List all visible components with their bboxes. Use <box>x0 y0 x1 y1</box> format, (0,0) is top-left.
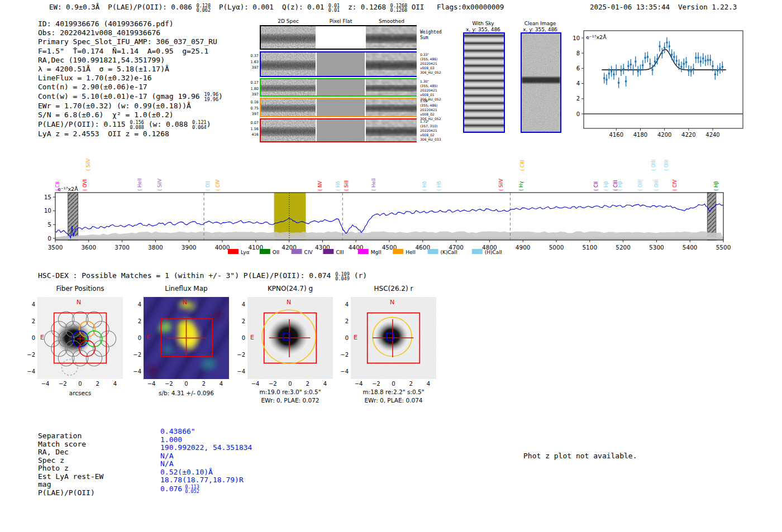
text-segment: Cont(n) = 2.90(±0.06)e-17 <box>38 83 147 91</box>
legend-label: CIII <box>336 250 344 255</box>
x-tick-label: 2 <box>406 381 417 387</box>
right-label-line: 1.72" <box>420 119 454 124</box>
svg-text:5500: 5500 <box>716 244 731 251</box>
text-segment: EWr = 1.70(±0.32) (w: 0.99(±0.18))Å <box>38 102 191 110</box>
with-sky-stripes <box>464 33 504 132</box>
panel-plot-kpno <box>247 297 333 379</box>
y-tick-label: 2 <box>336 318 349 324</box>
left-label-line: 0.75 <box>246 106 259 112</box>
smoothed-cell <box>366 26 417 49</box>
match-row-label: mag <box>38 481 103 489</box>
svg-text:4180: 4180 <box>633 132 647 138</box>
info-line: F=1.5" T̄=0.174 N̄=1.14 A=0.95 g=25.1 <box>38 47 223 56</box>
text-segment: ) <box>207 120 211 128</box>
line-marker-label: ( SiIV <box>85 159 91 171</box>
match-row-value: N/A <box>160 452 252 461</box>
legend-swatch <box>228 249 239 254</box>
clean-image-title: Clean Image x, y: 355, 486 <box>515 21 565 33</box>
text-segment: Primary Spec_Slot_IFU_AMP: 306_037_057_R… <box>38 37 217 46</box>
legend-label: CIV <box>304 250 313 255</box>
weighted-sum-label: Weighted Sum <box>420 30 445 40</box>
line-marker-label: ( CIV <box>215 180 221 191</box>
clean-image <box>521 32 561 133</box>
match-row-value: 0.43866" <box>160 428 252 436</box>
left-label-line: 397 <box>246 111 259 117</box>
svg-text:4220: 4220 <box>681 132 695 138</box>
info-line: EWr = 1.70(±0.32) (w: 0.99(±0.18))Å <box>38 102 223 111</box>
info-line: λ = 4200.51Å σ = 5.18(±1.17)Å <box>38 65 223 74</box>
x-tick-label: 4 <box>216 381 227 387</box>
text-segment: ID: 4019936676 (4019936676.pdf) <box>38 20 174 28</box>
fraction-lower: 0.088 <box>130 125 144 130</box>
svg-text:4160: 4160 <box>609 132 623 138</box>
panel-xlabel-fiber: arcsecs <box>23 390 137 396</box>
smoothed-cell <box>366 52 417 76</box>
info-line: Cont(n) = 2.90(±0.06)e-17 <box>38 83 223 92</box>
panel-xlabel2-hsc: EWr: 0, PLAE: 0.074 <box>337 397 450 404</box>
match-value-text: 1.000 <box>160 435 182 444</box>
left-label-line: 397 <box>246 92 259 98</box>
spec2d-row-right-labels: 1.30"(355, 485)20220421v008_01306_RU_052 <box>420 79 454 102</box>
right-label-line: (355, 485) <box>420 84 454 88</box>
line-marker-label: ( Hγ <box>518 181 524 191</box>
svg-text:5300: 5300 <box>649 244 664 251</box>
text-segment: EW: 0.9±0.3Å P(LAE)/P(OII): 0.086 <box>49 3 196 11</box>
svg-text:4900: 4900 <box>516 244 531 251</box>
svg-text:5200: 5200 <box>616 244 631 251</box>
x-tick-label: 0 <box>285 381 296 387</box>
right-label-line: 1.08" <box>420 99 454 103</box>
y-tick-label: 0 <box>233 335 245 341</box>
spec2d-cell <box>261 119 316 141</box>
svg-text:3600: 3600 <box>81 244 96 251</box>
panel-title-lineflux: Lineflux Map <box>132 285 240 293</box>
y-tick-label: −4 <box>233 368 245 375</box>
stacked-fraction: 0.1560.088 <box>130 120 144 130</box>
y-tick-label: −4 <box>129 368 141 375</box>
line-marker-label: ( SiII <box>344 180 349 191</box>
panel-xlabel2-kpno: EWr: 0, PLAE: 0.072 <box>233 397 347 404</box>
match-value-text: N/A <box>160 452 173 460</box>
match-table-values: 0.43866"1.000190.992022, 54.351834N/AN/A… <box>160 428 252 494</box>
match-row-value: 190.992022, 54.351834 <box>160 444 252 452</box>
right-label-line: 20220421 <box>420 128 454 133</box>
right-label-line: 0.33" <box>420 52 454 57</box>
pixelflat-cell <box>317 52 365 76</box>
panel-title-kpno: KPNO(24.7) g <box>236 285 344 293</box>
svg-text:10: 10 <box>573 35 580 41</box>
text-segment: F=1.5" T̄=0.174 N̄=1.14 A=0.95 g=25.1 <box>38 47 208 55</box>
y-tick-label: 2 <box>233 318 245 324</box>
legend-swatch <box>260 249 270 254</box>
north-label: N <box>390 299 394 306</box>
spec2d-row-left-labels: 0.371.63397 <box>246 53 259 71</box>
svg-text:e⁻¹⁷x2Å: e⁻¹⁷x2Å <box>58 186 78 192</box>
hetdex-report-page: EW: 0.9±0.3Å P(LAE)/P(OII): 0.086 0.1280… <box>0 0 782 532</box>
info-line: S/N = 6.8(±0.6) χ² = 1.0(±0.2) <box>38 111 223 119</box>
right-label-line: v008_03 <box>420 66 454 70</box>
left-label-line: 1.56 <box>246 126 259 132</box>
x-tick-label: 0 <box>75 381 86 387</box>
line-marker-label: ( SiIV <box>498 179 504 191</box>
svg-text:3900: 3900 <box>182 244 197 251</box>
fraction-lower: 0.052 <box>182 489 199 494</box>
east-label: E <box>146 334 150 341</box>
x-tick-label: 4 <box>423 381 434 387</box>
spec2d-row-left-labels: 0.160.75397 <box>246 99 259 117</box>
line-marker-label: ( OIII <box>637 180 643 191</box>
legend-swatch <box>393 249 403 254</box>
match-row-label: Spec z <box>38 457 103 465</box>
line-marker-label: ( Hβ <box>617 181 623 191</box>
clean-image-title-line: Clean Image <box>515 21 565 27</box>
spec2d-row-right-labels: 0.33"(355, 486)20220421v008_03306_RU_052 <box>420 52 454 75</box>
left-label-line: 397 <box>246 65 259 71</box>
y-tick-label: −2 <box>129 352 141 358</box>
right-label-line: v008_02 <box>420 112 454 117</box>
stacked-fraction: 0.1210.064 <box>192 120 207 130</box>
stacked-fraction: 0.1090.049 <box>335 272 350 281</box>
x-tick-label: 4 <box>320 381 331 387</box>
svg-text:5100: 5100 <box>582 244 597 251</box>
right-label-line: v008_02 <box>420 133 454 137</box>
panel-xlabel1-kpno: m:19.0 re:3.0" s:0.5" <box>233 389 347 395</box>
x-tick-label: −2 <box>267 381 278 387</box>
x-tick-label: −2 <box>370 381 382 387</box>
left-label-line: 416 <box>246 132 259 138</box>
